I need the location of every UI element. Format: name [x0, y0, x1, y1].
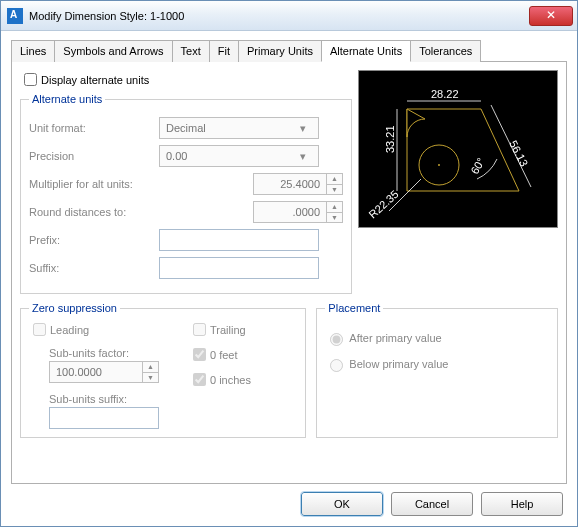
tab-fit[interactable]: Fit: [209, 40, 239, 62]
precision-label: Precision: [29, 150, 159, 162]
spin-down-icon[interactable]: ▼: [327, 213, 342, 223]
zero-suppression-group: Zero suppression Leading Sub-units facto…: [20, 302, 306, 438]
alternate-units-legend: Alternate units: [29, 93, 105, 105]
spin-down-icon[interactable]: ▼: [143, 373, 158, 383]
tab-lines[interactable]: Lines: [11, 40, 55, 62]
spin-up-icon[interactable]: ▲: [327, 202, 342, 213]
suffix-label: Suffix:: [29, 262, 159, 274]
unit-format-label: Unit format:: [29, 122, 159, 134]
trailing-checkbox[interactable]: [193, 323, 206, 336]
preview-dim-angle: 60°: [468, 156, 487, 176]
after-primary-radio[interactable]: [330, 333, 343, 346]
alternate-units-group: Alternate units Unit format: Decimal ▾ P…: [20, 93, 352, 294]
suffix-input[interactable]: [159, 257, 319, 279]
precision-value: 0.00: [166, 150, 187, 162]
feet-checkbox[interactable]: [193, 348, 206, 361]
after-primary-label: After primary value: [349, 332, 441, 344]
multiplier-spinner[interactable]: 25.4000 ▲▼: [253, 173, 343, 195]
inches-checkbox[interactable]: [193, 373, 206, 386]
app-icon: [7, 8, 23, 24]
multiplier-label: Multiplier for alt units:: [29, 178, 159, 190]
tab-primary[interactable]: Primary Units: [238, 40, 322, 62]
chevron-down-icon: ▾: [300, 150, 314, 164]
round-label: Round distances to:: [29, 206, 159, 218]
tab-symbols[interactable]: Symbols and Arrows: [54, 40, 172, 62]
window-title: Modify Dimension Style: 1-1000: [29, 10, 529, 22]
leading-label: Leading: [50, 324, 89, 336]
sub-factor-value: 100.0000: [50, 366, 142, 378]
dialog-footer: OK Cancel Help: [11, 484, 567, 520]
sub-suffix-input[interactable]: [49, 407, 159, 429]
tab-text[interactable]: Text: [172, 40, 210, 62]
chevron-down-icon: ▾: [300, 122, 314, 136]
prefix-input[interactable]: [159, 229, 319, 251]
titlebar[interactable]: Modify Dimension Style: 1-1000 ✕: [1, 1, 577, 31]
preview-dim-left: 33.21: [384, 125, 396, 153]
preview-dim-top: 28.22: [431, 88, 459, 100]
unit-format-combo[interactable]: Decimal ▾: [159, 117, 319, 139]
dialog-window: Modify Dimension Style: 1-1000 ✕ Lines S…: [0, 0, 578, 527]
multiplier-value: 25.4000: [254, 178, 326, 190]
sub-factor-label: Sub-units factor:: [49, 347, 159, 359]
placement-group: Placement After primary value Below prim…: [316, 302, 558, 438]
trailing-label: Trailing: [210, 324, 246, 336]
ok-button[interactable]: OK: [301, 492, 383, 516]
below-primary-label: Below primary value: [349, 358, 448, 370]
svg-point-1: [438, 164, 440, 166]
sub-factor-spinner[interactable]: 100.0000 ▲▼: [49, 361, 159, 383]
placement-legend: Placement: [325, 302, 383, 314]
tab-panel-alternate: Display alternate units Alternate units …: [11, 62, 567, 484]
spin-down-icon[interactable]: ▼: [327, 185, 342, 195]
spin-up-icon[interactable]: ▲: [143, 362, 158, 373]
feet-label: 0 feet: [210, 349, 238, 361]
precision-combo[interactable]: 0.00 ▾: [159, 145, 319, 167]
leading-checkbox[interactable]: [33, 323, 46, 336]
below-primary-radio[interactable]: [330, 359, 343, 372]
dialog-body: Lines Symbols and Arrows Text Fit Primar…: [1, 31, 577, 526]
help-button[interactable]: Help: [481, 492, 563, 516]
tab-bar: Lines Symbols and Arrows Text Fit Primar…: [11, 39, 567, 62]
preview-dim-right: 56.13: [507, 138, 530, 168]
tab-tolerances[interactable]: Tolerances: [410, 40, 481, 62]
inches-label: 0 inches: [210, 374, 251, 386]
prefix-label: Prefix:: [29, 234, 159, 246]
round-spinner[interactable]: .0000 ▲▼: [253, 201, 343, 223]
close-button[interactable]: ✕: [529, 6, 573, 26]
unit-format-value: Decimal: [166, 122, 206, 134]
display-alternate-checkbox[interactable]: [24, 73, 37, 86]
round-value: .0000: [254, 206, 326, 218]
cancel-button[interactable]: Cancel: [391, 492, 473, 516]
display-alternate-label: Display alternate units: [41, 74, 149, 86]
sub-suffix-label: Sub-units suffix:: [49, 393, 159, 405]
zero-suppression-legend: Zero suppression: [29, 302, 120, 314]
tab-alternate[interactable]: Alternate Units: [321, 40, 411, 62]
dimension-preview: 28.22 33.21 56.13 R22.35 60°: [358, 70, 558, 228]
spin-up-icon[interactable]: ▲: [327, 174, 342, 185]
